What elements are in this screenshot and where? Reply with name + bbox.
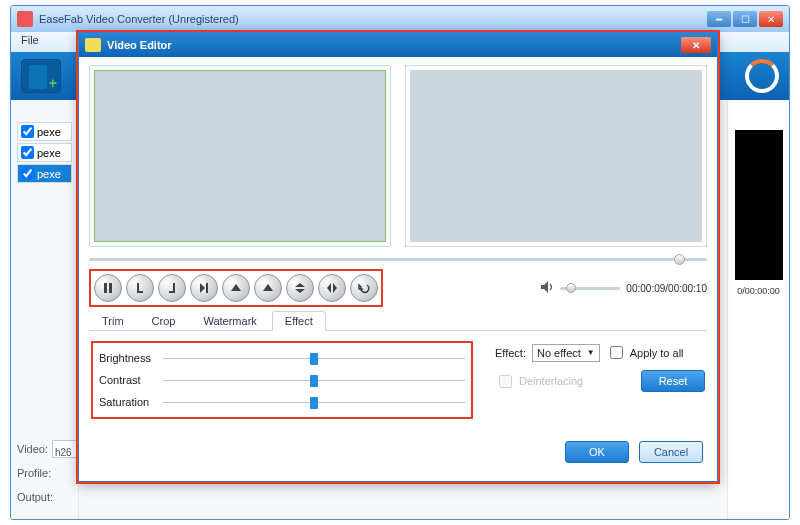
main-titlebar[interactable]: EaseFab Video Converter (Unregistered) ━… — [11, 6, 789, 32]
dialog-title: Video Editor — [107, 39, 172, 51]
flip-horizontal-button[interactable] — [318, 274, 346, 302]
rotate-left-button[interactable] — [222, 274, 250, 302]
effect-select[interactable]: No effect▼ — [532, 344, 600, 362]
file-checkbox[interactable] — [21, 125, 34, 138]
minimize-button[interactable]: ━ — [707, 11, 731, 27]
controls-row: 00:00:09/00:00:10 — [89, 269, 707, 307]
tab-effect[interactable]: Effect — [272, 311, 326, 331]
editor-tabs: Trim Crop Watermark Effect — [89, 311, 707, 331]
undo-button[interactable] — [350, 274, 378, 302]
effect-sliders: Brightness Contrast Saturation — [91, 341, 473, 419]
playback-controls — [89, 269, 383, 307]
cancel-button[interactable]: Cancel — [639, 441, 703, 463]
output-settings: Video:h26 Profile: Output: — [17, 437, 87, 509]
brightness-label: Brightness — [99, 352, 157, 364]
volume-thumb[interactable] — [566, 283, 576, 293]
svg-rect-5 — [169, 291, 175, 293]
contrast-label: Contrast — [99, 374, 157, 386]
set-start-button[interactable] — [126, 274, 154, 302]
tab-trim[interactable]: Trim — [89, 311, 137, 330]
effect-panel: Brightness Contrast Saturation Effect: N… — [89, 331, 707, 427]
scrub-thumb[interactable] — [674, 254, 685, 265]
svg-marker-11 — [295, 289, 305, 293]
svg-marker-8 — [231, 284, 241, 291]
effect-select-label: Effect: — [495, 347, 526, 359]
svg-rect-0 — [104, 283, 107, 293]
effect-select-value: No effect — [537, 347, 581, 359]
svg-rect-7 — [206, 283, 208, 293]
svg-rect-3 — [137, 291, 143, 293]
dialog-close-button[interactable]: ✕ — [681, 37, 711, 53]
file-checkbox[interactable] — [21, 146, 34, 159]
set-end-button[interactable] — [158, 274, 186, 302]
app-logo-icon — [17, 11, 33, 27]
tab-watermark[interactable]: Watermark — [190, 311, 269, 330]
output-preview — [405, 65, 707, 247]
dialog-body: 00:00:09/00:00:10 Trim Crop Watermark Ef… — [79, 57, 717, 435]
close-button[interactable]: ✕ — [759, 11, 783, 27]
right-preview-time: 0/00:00:00 — [737, 286, 780, 296]
flip-vertical-button[interactable] — [286, 274, 314, 302]
svg-marker-10 — [295, 283, 305, 287]
svg-marker-13 — [333, 283, 337, 293]
add-video-button[interactable] — [21, 59, 61, 93]
window-buttons: ━ ☐ ✕ — [707, 11, 783, 27]
svg-marker-9 — [263, 284, 273, 291]
svg-rect-1 — [109, 283, 112, 293]
brightness-slider[interactable] — [163, 358, 465, 359]
help-icon[interactable] — [745, 59, 779, 93]
svg-marker-14 — [541, 281, 548, 293]
svg-marker-6 — [200, 283, 205, 293]
svg-marker-12 — [327, 283, 331, 293]
maximize-button[interactable]: ☐ — [733, 11, 757, 27]
preview-row — [89, 65, 707, 247]
pause-button[interactable] — [94, 274, 122, 302]
video-codec-field[interactable]: h26 — [52, 440, 80, 458]
list-item[interactable]: pexe — [17, 143, 72, 162]
clapper-icon — [85, 38, 101, 52]
file-name: pexe — [37, 168, 61, 180]
effect-options: Effect: No effect▼ Apply to all Deinterl… — [495, 341, 705, 419]
contrast-slider[interactable] — [163, 380, 465, 381]
dialog-titlebar[interactable]: Video Editor ✕ — [79, 33, 717, 57]
next-frame-button[interactable] — [190, 274, 218, 302]
menu-file[interactable]: File — [21, 34, 39, 46]
volume-group: 00:00:09/00:00:10 — [540, 280, 707, 296]
saturation-label: Saturation — [99, 396, 157, 408]
file-name: pexe — [37, 147, 61, 159]
volume-slider[interactable] — [560, 287, 620, 290]
playback-time: 00:00:09/00:00:10 — [626, 283, 707, 294]
main-title: EaseFab Video Converter (Unregistered) — [39, 13, 239, 25]
apply-all-checkbox[interactable]: Apply to all — [606, 343, 684, 362]
video-editor-dialog: Video Editor ✕ — [78, 32, 718, 482]
list-item[interactable]: pexe — [17, 122, 72, 141]
saturation-slider[interactable] — [163, 402, 465, 403]
video-label: Video: — [17, 437, 48, 461]
output-label: Output: — [17, 485, 53, 509]
chevron-down-icon: ▼ — [587, 348, 595, 357]
dialog-footer: OK Cancel — [79, 435, 717, 469]
profile-label: Profile: — [17, 461, 51, 485]
source-preview — [89, 65, 391, 247]
file-checkbox[interactable] — [21, 167, 34, 180]
right-preview — [735, 130, 783, 280]
ok-button[interactable]: OK — [565, 441, 629, 463]
file-name: pexe — [37, 126, 61, 138]
tab-crop[interactable]: Crop — [139, 311, 189, 330]
scrub-bar[interactable] — [89, 253, 707, 265]
rotate-right-button[interactable] — [254, 274, 282, 302]
list-item[interactable]: pexe — [17, 164, 72, 183]
reset-button[interactable]: Reset — [641, 370, 705, 392]
right-preview-panel: 0/00:00:00 — [727, 100, 789, 520]
deinterlacing-checkbox: Deinterlacing — [495, 372, 583, 391]
speaker-icon[interactable] — [540, 280, 554, 296]
